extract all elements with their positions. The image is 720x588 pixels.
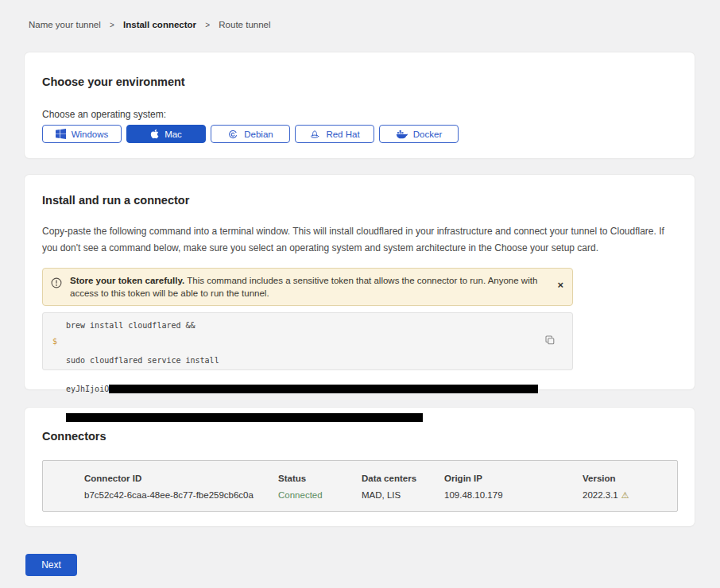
header-status: Status bbox=[278, 474, 362, 483]
origin-ip-value: 109.48.10.179 bbox=[444, 490, 583, 501]
environment-card-title: Choose your environment bbox=[42, 75, 677, 89]
debian-icon bbox=[227, 129, 238, 140]
os-button-debian[interactable]: Debian bbox=[211, 125, 290, 143]
breadcrumb: Name your tunnel > Install connector > R… bbox=[0, 0, 720, 52]
header-version: Version bbox=[583, 474, 677, 483]
os-button-redhat[interactable]: Red Hat bbox=[295, 125, 374, 143]
connectors-table-header: Connector ID Status Data centers Origin … bbox=[84, 474, 677, 483]
environment-card: Choose your environment Choose an operat… bbox=[25, 52, 695, 158]
apple-icon bbox=[150, 129, 159, 139]
os-button-mac[interactable]: Mac bbox=[126, 125, 206, 143]
os-button-label: Mac bbox=[165, 130, 182, 139]
shell-prompt: $ bbox=[52, 337, 66, 441]
breadcrumb-install-connector[interactable]: Install connector bbox=[123, 20, 196, 29]
next-button[interactable]: Next bbox=[25, 554, 77, 576]
os-button-group: Windows Mac Debian bbox=[42, 125, 677, 143]
version-number: 2022.3.1 bbox=[583, 490, 618, 500]
code-line-brew: brew install cloudflared && bbox=[52, 321, 559, 331]
breadcrumb-separator: > bbox=[205, 21, 210, 29]
code-command: sudo cloudflared service install eyJhIjo… bbox=[66, 337, 538, 441]
header-data-centers: Data centers bbox=[362, 474, 444, 483]
install-description: Copy-paste the following command into a … bbox=[42, 223, 678, 257]
header-origin-ip: Origin IP bbox=[444, 474, 583, 483]
close-icon[interactable]: × bbox=[557, 280, 563, 290]
docker-icon bbox=[396, 129, 408, 139]
data-centers-value: MAD, LIS bbox=[362, 490, 444, 501]
version-value: 2022.3.1⚠ bbox=[583, 490, 677, 501]
connectors-table: Connector ID Status Data centers Origin … bbox=[42, 460, 678, 512]
code-line-sudo: sudo cloudflared service install bbox=[66, 356, 538, 366]
os-button-label: Windows bbox=[72, 130, 109, 139]
warning-triangle-icon: ⚠ bbox=[621, 490, 629, 500]
breadcrumb-separator: > bbox=[110, 21, 114, 29]
os-button-windows[interactable]: Windows bbox=[42, 125, 122, 143]
install-command-code-block: brew install cloudflared && $ sudo cloud… bbox=[42, 312, 573, 370]
code-line-token: eyJhIjoiO bbox=[66, 385, 538, 394]
header-connector-id: Connector ID bbox=[84, 474, 278, 483]
redhat-icon bbox=[309, 129, 320, 140]
os-button-label: Docker bbox=[413, 130, 442, 139]
warning-title: Store your token carefully. bbox=[70, 276, 184, 285]
install-card-title: Install and run a connector bbox=[42, 194, 677, 207]
os-select-label: Choose an operating system: bbox=[42, 109, 677, 120]
os-button-docker[interactable]: Docker bbox=[379, 125, 459, 143]
os-button-label: Debian bbox=[244, 130, 273, 139]
redacted-token-bar bbox=[66, 413, 423, 422]
info-icon bbox=[51, 277, 62, 292]
copy-icon[interactable] bbox=[544, 335, 555, 346]
os-button-label: Red Hat bbox=[326, 130, 359, 139]
windows-icon bbox=[56, 129, 66, 139]
breadcrumb-route-tunnel[interactable]: Route tunnel bbox=[219, 20, 270, 29]
connector-id-value: b7c52c42-6caa-48ee-8c77-fbe259cb6c0a bbox=[84, 490, 278, 501]
breadcrumb-name-your-tunnel[interactable]: Name your tunnel bbox=[29, 20, 101, 29]
status-badge: Connected bbox=[278, 490, 362, 501]
install-connector-card: Install and run a connector Copy-paste t… bbox=[25, 175, 695, 389]
token-prefix: eyJhIjoiO bbox=[66, 385, 109, 393]
table-row: b7c52c42-6caa-48ee-8c77-fbe259cb6c0a Con… bbox=[84, 490, 677, 501]
token-warning-banner: Store your token carefully. This command… bbox=[42, 268, 573, 306]
redacted-token-bar bbox=[109, 385, 538, 393]
